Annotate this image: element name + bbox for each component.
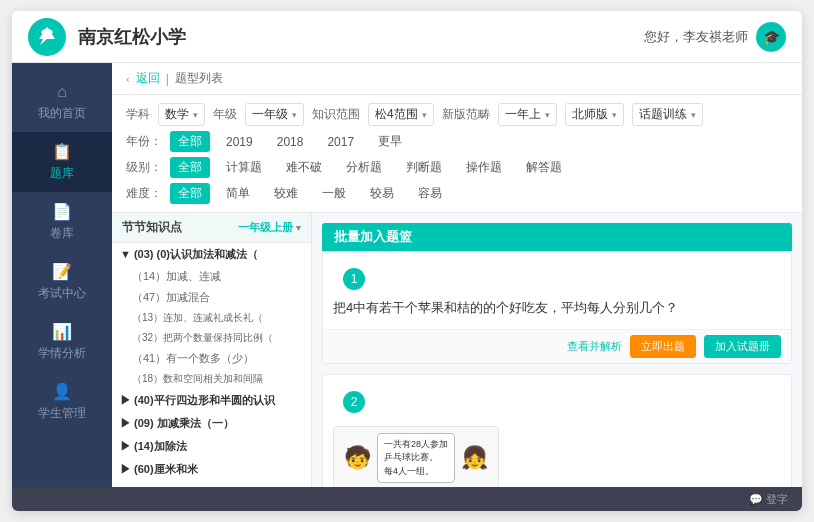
question-text-1: 把4中有若干个苹果和桔的的个好吃友，平均每人分别几个？ [323, 298, 791, 329]
version-select-3[interactable]: 话题训练 ▾ [632, 103, 703, 126]
content-area: ‹ 返回 | 题型列表 学科 数学 ▾ 年级 一年级 ▾ [112, 63, 802, 487]
type-tag-all[interactable]: 全部 [170, 157, 210, 178]
tree-item-8-text: ▶ (09) 加减乘法（一） [120, 416, 234, 431]
tree-item-5[interactable]: （41）有一个数多（少） [112, 348, 311, 369]
two-panel: 节节知识点 一年级上册 ▾ ▼ (03) (0)认识加法和减法（ （14）加减、… [112, 213, 802, 487]
tree-item-10[interactable]: ▶ (60)厘米和米 [112, 458, 311, 481]
version-label: 新版范畴 [442, 106, 490, 123]
header-user: 您好，李友祺老师 🎓 [644, 22, 786, 52]
breadcrumb-separator: | [166, 72, 169, 86]
difficulty-tag-3[interactable]: 一般 [314, 183, 354, 204]
expand-analysis-btn[interactable]: 查看并解析 [567, 339, 622, 354]
tree-item-7-text: ▶ (40)平行四边形和半圆的认识 [120, 393, 275, 408]
difficulty-tag-4[interactable]: 较易 [362, 183, 402, 204]
tree-item-0-text: ▼ (03) (0)认识加法和减法（ [120, 247, 258, 262]
sidebar-label-exam: 考试中心 [38, 285, 86, 302]
filter-area: 学科 数学 ▾ 年级 一年级 ▾ 知识范围 松4范围 ▾ 新版范 [112, 95, 802, 213]
question-illustration: 🧒 一共有28人参加 乒乓球比赛。 每4人一组。 👧 [333, 426, 499, 487]
breadcrumb-current: 题型列表 [175, 70, 223, 87]
left-panel: 节节知识点 一年级上册 ▾ ▼ (03) (0)认识加法和减法（ （14）加减、… [112, 213, 312, 487]
tree-item-6-text: （18）数和空间相关加和间隔 [132, 372, 263, 386]
create-paper-btn[interactable]: 立即出题 [630, 335, 696, 358]
scope-select[interactable]: 松4范围 ▾ [368, 103, 434, 126]
difficulty-tag-all[interactable]: 全部 [170, 183, 210, 204]
batch-add-header: 批量加入题篮 [322, 223, 792, 251]
type-tag-2[interactable]: 难不破 [278, 157, 330, 178]
breadcrumb-back[interactable]: 返回 [136, 70, 160, 87]
type-tag-4[interactable]: 判断题 [398, 157, 450, 178]
wechat-label: 登字 [766, 492, 788, 507]
sidebar-label-analysis: 学情分析 [38, 345, 86, 362]
type-tag-1[interactable]: 计算题 [218, 157, 270, 178]
question-card-2: 2 🧒 一共有28人参加 乒乓球比赛。 每4人一组。 [322, 374, 792, 487]
subject-select[interactable]: 数学 ▾ [158, 103, 205, 126]
grade-dropdown-icon: ▾ [296, 223, 301, 233]
tree-item-4-text: （32）把两个数量保持同比例（ [132, 331, 273, 345]
year-tag-all[interactable]: 全部 [170, 131, 210, 152]
year-tag-2018[interactable]: 2018 [269, 133, 312, 151]
difficulty-tag-1[interactable]: 简单 [218, 183, 258, 204]
figure-left: 🧒 [344, 445, 371, 471]
difficulty-tag-5[interactable]: 容易 [410, 183, 450, 204]
student-icon: 👤 [52, 382, 72, 401]
sidebar-label-questions: 题库 [50, 165, 74, 182]
tree-item-6[interactable]: （18）数和空间相关加和间隔 [112, 369, 311, 389]
version-dropdown-arrow-3: ▾ [691, 110, 696, 120]
tree-item-7[interactable]: ▶ (40)平行四边形和半圆的认识 [112, 389, 311, 412]
user-avatar: 🎓 [756, 22, 786, 52]
year-tag-2019[interactable]: 2019 [218, 133, 261, 151]
sidebar-item-student[interactable]: 👤 学生管理 [12, 372, 112, 432]
left-panel-header: 节节知识点 一年级上册 ▾ [112, 213, 311, 243]
grade-select[interactable]: 一年级 ▾ [245, 103, 304, 126]
sidebar-item-home[interactable]: ⌂ 我的首页 [12, 73, 112, 132]
type-label: 级别： [126, 159, 162, 176]
sidebar-label-papers: 卷库 [50, 225, 74, 242]
tree-item-9[interactable]: ▶ (14)加除法 [112, 435, 311, 458]
app-title: 南京红松小学 [78, 25, 644, 49]
sidebar-item-exam[interactable]: 📝 考试中心 [12, 252, 112, 312]
knowledge-points-label: 节节知识点 [122, 219, 182, 236]
breadcrumb: ‹ 返回 | 题型列表 [112, 63, 802, 95]
sidebar: ⌂ 我的首页 📋 题库 📄 卷库 📝 考试中心 📊 学情分析 👤 学生管理 [12, 63, 112, 487]
scope-dropdown-arrow: ▾ [422, 110, 427, 120]
filter-row-3: 级别： 全部 计算题 难不破 分析题 判断题 操作题 解答题 [126, 157, 788, 178]
version-select-2[interactable]: 北师版 ▾ [565, 103, 624, 126]
question-number-1: 1 [343, 268, 365, 290]
exam-icon: 📝 [52, 262, 72, 281]
tree-item-10-text: ▶ (60)厘米和米 [120, 462, 198, 477]
header: 南京红松小学 您好，李友祺老师 🎓 [12, 11, 802, 63]
year-tag-earlier[interactable]: 更早 [370, 131, 410, 152]
tree-item-1[interactable]: （14）加减、连减 [112, 266, 311, 287]
grade-label: 年级 [213, 106, 237, 123]
subject-label: 学科 [126, 106, 150, 123]
tree-item-1-text: （14）加减、连减 [132, 269, 221, 284]
version-select[interactable]: 一年上 ▾ [498, 103, 557, 126]
grade-selector[interactable]: 一年级上册 ▾ [238, 220, 301, 235]
difficulty-label: 难度： [126, 185, 162, 202]
version-dropdown-arrow-2: ▾ [612, 110, 617, 120]
tree-item-4[interactable]: （32）把两个数量保持同比例（ [112, 328, 311, 348]
sidebar-item-papers[interactable]: 📄 卷库 [12, 192, 112, 252]
question-number-2: 2 [343, 391, 365, 413]
tree-item-8[interactable]: ▶ (09) 加减乘法（一） [112, 412, 311, 435]
sidebar-item-questions[interactable]: 📋 题库 [12, 132, 112, 192]
filter-row-1: 学科 数学 ▾ 年级 一年级 ▾ 知识范围 松4范围 ▾ 新版范 [126, 103, 788, 126]
wechat-footer: 💬 登字 [12, 487, 802, 511]
type-tag-3[interactable]: 分析题 [338, 157, 390, 178]
sidebar-item-analysis[interactable]: 📊 学情分析 [12, 312, 112, 372]
tree-item-2[interactable]: （47）加减混合 [112, 287, 311, 308]
type-tag-5[interactable]: 操作题 [458, 157, 510, 178]
difficulty-tag-2[interactable]: 较难 [266, 183, 306, 204]
filter-row-4: 难度： 全部 简单 较难 一般 较易 容易 [126, 183, 788, 204]
tree-item-3[interactable]: （13）连加、连减礼成长礼（ [112, 308, 311, 328]
add-to-basket-btn[interactable]: 加入试题册 [704, 335, 781, 358]
sidebar-label-home: 我的首页 [38, 105, 86, 122]
speech-bubble: 一共有28人参加 乒乓球比赛。 每4人一组。 [377, 433, 455, 484]
questions-icon: 📋 [52, 142, 72, 161]
svg-point-1 [48, 29, 53, 34]
year-tag-2017[interactable]: 2017 [319, 133, 362, 151]
type-tag-6[interactable]: 解答题 [518, 157, 570, 178]
tree-item-0[interactable]: ▼ (03) (0)认识加法和减法（ [112, 243, 311, 266]
tree-item-2-text: （47）加减混合 [132, 290, 210, 305]
subject-dropdown-arrow: ▾ [193, 110, 198, 120]
